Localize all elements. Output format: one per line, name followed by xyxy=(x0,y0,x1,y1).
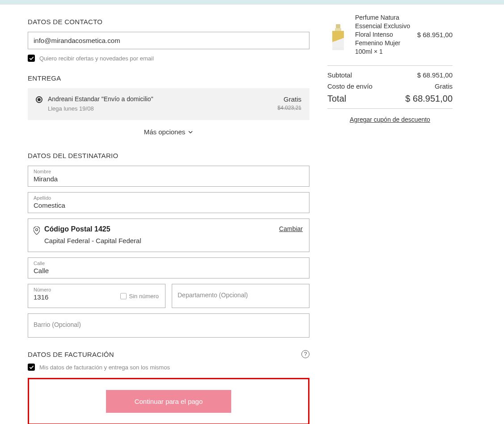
shipping-option[interactable]: Andreani Estandar "Envío a domicilio" Ll… xyxy=(28,88,309,120)
help-icon[interactable]: ? xyxy=(301,350,309,358)
chevron-down-icon xyxy=(188,129,193,135)
billing-heading: DATOS DE FACTURACIÓN xyxy=(28,351,114,358)
shipping-price-free: Gratis xyxy=(278,95,301,103)
checkbox-empty-icon xyxy=(120,293,127,299)
no-number-checkbox[interactable]: Sin número xyxy=(120,293,159,300)
number-field[interactable]: Número 1316 Sin número xyxy=(28,284,165,308)
contact-heading: DATOS DE CONTACTO xyxy=(28,18,309,26)
shipping-price-old: $4.023,21 xyxy=(278,105,301,111)
lastname-field[interactable]: Apellido Comestica xyxy=(28,192,309,213)
continue-highlight-box: Continuar para el pago xyxy=(28,378,309,424)
subtotal-row: Subtotal $ 68.951,00 xyxy=(327,71,453,79)
name-field[interactable]: Nombre Miranda xyxy=(28,166,309,187)
street-value: Calle xyxy=(34,267,304,274)
change-postal-link[interactable]: Cambiar xyxy=(279,225,303,232)
checkbox-checked-icon xyxy=(28,55,35,62)
billing-same-checkbox-row[interactable]: Mis datos de facturación y entrega son l… xyxy=(28,364,309,371)
total-row: Total $ 68.951,00 xyxy=(327,94,453,104)
product-price: $ 68.951,00 xyxy=(417,31,453,39)
location-pin-icon xyxy=(34,227,40,235)
name-label: Nombre xyxy=(34,169,304,174)
divider xyxy=(327,65,453,66)
divider xyxy=(327,108,453,109)
lastname-value: Comestica xyxy=(34,201,304,209)
billing-same-label: Mis datos de facturación y entrega son l… xyxy=(39,364,170,371)
product-name: Perfume Natura Essencial Exclusivo Flora… xyxy=(355,13,411,56)
offers-label: Quiero recibir ofertas y novedades por e… xyxy=(39,55,154,62)
lastname-label: Apellido xyxy=(34,195,304,201)
number-label: Número xyxy=(34,287,160,292)
recipient-heading: DATOS DEL DESTINATARIO xyxy=(28,152,309,159)
add-coupon-link[interactable]: Agregar cupón de descuento xyxy=(327,116,453,123)
continue-button[interactable]: Continuar para el pago xyxy=(106,390,231,413)
postal-title: Código Postal 1425 xyxy=(44,225,141,233)
email-field[interactable]: info@mirandacosmetica.com xyxy=(28,32,309,49)
more-shipping-options[interactable]: Más opciones xyxy=(28,120,309,147)
cart-item: Perfume Natura Essencial Exclusivo Flora… xyxy=(327,13,453,63)
checkbox-checked-icon xyxy=(28,364,35,371)
name-value: Miranda xyxy=(34,175,304,183)
shipping-option-sub: Llega lunes 19/08 xyxy=(48,105,153,112)
offers-checkbox-row[interactable]: Quiero recibir ofertas y novedades por e… xyxy=(28,55,309,62)
product-image xyxy=(327,19,349,50)
shipping-heading: ENTREGA xyxy=(28,74,309,82)
shipping-option-title: Andreani Estandar "Envío a domicilio" xyxy=(48,95,153,103)
radio-selected-icon xyxy=(36,96,42,103)
header-strip xyxy=(0,0,504,4)
shipping-cost-row: Costo de envío Gratis xyxy=(327,82,453,90)
postal-box: Código Postal 1425 Capital Federal - Cap… xyxy=(28,218,309,252)
postal-sub: Capital Federal - Capital Federal xyxy=(44,237,141,244)
barrio-field[interactable]: Barrio (Opcional) xyxy=(28,313,309,338)
street-label: Calle xyxy=(34,261,304,266)
department-field[interactable]: Departamento (Opcional) xyxy=(172,284,309,308)
street-field[interactable]: Calle Calle xyxy=(28,257,309,278)
